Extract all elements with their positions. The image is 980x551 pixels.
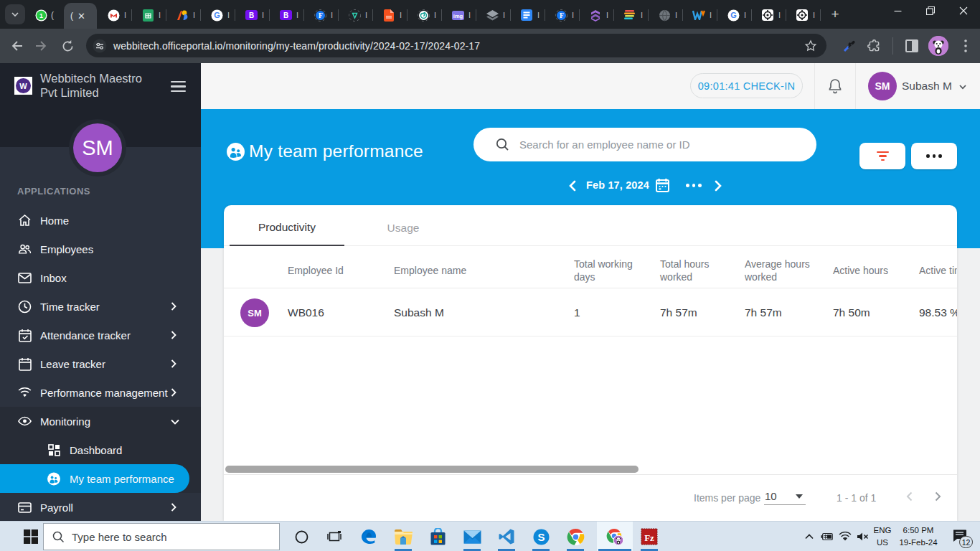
taskbar-vscode-button[interactable] [497, 527, 516, 546]
reload-button[interactable] [59, 37, 76, 55]
tab-orange-doc-8[interactable]: I [373, 3, 407, 27]
address-bar[interactable]: webbitech.officeportal.io/monitoring/my-… [86, 34, 826, 57]
tab-w-logo-17[interactable]: I [683, 3, 717, 27]
previous-page-button[interactable] [904, 491, 915, 502]
tab-facebook-circle-6[interactable]: FI [304, 3, 339, 27]
bookmark-star-icon[interactable] [804, 39, 818, 53]
taskbar-edge-button[interactable] [359, 527, 378, 546]
sidebar-item-home[interactable]: Home [0, 206, 201, 235]
taskbar-cortana-button[interactable] [292, 527, 311, 546]
previous-day-button[interactable] [567, 180, 578, 192]
taskbar-store-button[interactable] [428, 527, 447, 546]
calendar-icon[interactable] [656, 178, 669, 192]
next-day-button[interactable] [713, 180, 723, 192]
site-settings-icon[interactable] [93, 39, 107, 53]
notifications-button[interactable] [826, 77, 844, 95]
tab-img-purple-10[interactable]: imgI [442, 3, 476, 27]
taskbar-chrome-profile-button[interactable] [606, 527, 624, 546]
tab-blue-list-12[interactable]: I [511, 3, 545, 27]
wifi-status-icon[interactable] [839, 530, 852, 543]
eyedropper-extension-button[interactable] [839, 36, 859, 56]
tray-expand-button[interactable] [803, 530, 816, 543]
tab-layers-gray-11[interactable]: I [476, 3, 511, 27]
items-per-page-select[interactable]: 10 [764, 488, 806, 505]
sidebar-item-employees[interactable]: Employees [0, 235, 201, 263]
tab-globe-gray-16[interactable]: I [649, 3, 683, 27]
window-minimize-button[interactable] [881, 0, 914, 22]
sidebar-item-monitoring[interactable]: Monitoring [0, 407, 201, 435]
side-panel-button[interactable] [902, 36, 922, 56]
tab-bootstrap-5[interactable]: BI [270, 3, 304, 27]
tab-gmail-0[interactable]: I [98, 3, 132, 27]
sidebar-item-payroll[interactable]: Payroll [0, 493, 201, 521]
sidebar-item-attendance-tracker[interactable]: Attendance tracker [0, 321, 201, 349]
tab-close-icon[interactable]: ✕ [77, 11, 85, 21]
sidebar-subitem-my-team-performance[interactable]: My team performance [0, 464, 189, 493]
checkin-button[interactable]: 09:01:41 CHECK-IN [690, 73, 803, 98]
column-header-average-hours-worked[interactable]: Average hours worked [745, 247, 824, 288]
new-tab-button[interactable]: + [826, 6, 844, 23]
tab-productivity[interactable]: Productivity [230, 205, 344, 246]
date-more-button[interactable] [686, 184, 702, 187]
taskbar-skype-button[interactable]: S [532, 527, 550, 546]
clock-indicator[interactable]: 6:50 PM 19-Feb-24 [896, 524, 941, 549]
search-input[interactable] [519, 138, 792, 151]
window-close-button[interactable] [947, 0, 980, 22]
taskbar-mail-button[interactable] [463, 527, 481, 546]
tab-google-3[interactable]: GI [201, 3, 235, 27]
column-header-employee-id[interactable]: Employee Id [288, 247, 344, 288]
sidebar-item-leave-tracker[interactable]: Leave tracker [0, 349, 201, 378]
sidebar-subitem-dashboard[interactable]: Dashboard [0, 435, 201, 464]
language-indicator[interactable]: ENG US [870, 524, 895, 549]
tab-google-sheets-1[interactable]: I [132, 3, 166, 27]
sidebar-item-time-tracker[interactable]: Time tracker [0, 292, 201, 321]
column-header-total-hours-worked[interactable]: Total hours worked [660, 247, 732, 288]
user-menu-button[interactable] [958, 83, 967, 91]
column-header-total-working-days[interactable]: Total working days [574, 247, 653, 288]
taskbar-search[interactable]: Type here to search [43, 523, 280, 550]
battery-status-icon[interactable] [821, 530, 834, 543]
next-page-button[interactable] [932, 491, 943, 502]
url-text[interactable]: webbitech.officeportal.io/monitoring/my-… [113, 40, 480, 52]
date-label[interactable]: Feb 17, 2024 [586, 179, 649, 191]
column-header-active-hours[interactable]: Active hours [833, 247, 888, 288]
tab-teal-v-circle-7[interactable]: I [339, 3, 373, 27]
action-center-button[interactable] [952, 529, 968, 543]
tab-teal-spiral-9[interactable]: I [407, 3, 442, 27]
back-button[interactable] [8, 37, 25, 55]
tab-active[interactable]: ( ✕ [64, 3, 97, 29]
tab-whatsapp[interactable]: 1 ( [29, 3, 64, 27]
table-row[interactable]: SM WB016 Subash M 1 7h 57m 7h 57m 7h 50m… [224, 289, 957, 336]
tab-google-18[interactable]: GI [717, 3, 752, 27]
more-options-button[interactable] [911, 143, 957, 169]
tab-officeportal-19[interactable]: I [752, 3, 786, 27]
browser-profile-avatar[interactable] [928, 36, 948, 56]
tab-facebook-circle-13[interactable]: FI [545, 3, 580, 27]
taskbar-file-explorer-button[interactable] [394, 527, 413, 546]
extensions-button[interactable] [864, 36, 884, 56]
start-button[interactable] [24, 529, 38, 544]
user-avatar-large[interactable]: SM [69, 119, 126, 176]
tab-purple-s-14[interactable]: I [580, 3, 614, 27]
tab-rainbow-bars-15[interactable]: I [614, 3, 649, 27]
horizontal-scrollbar[interactable] [225, 466, 639, 473]
volume-muted-icon[interactable] [857, 530, 870, 543]
sidebar-toggle-button[interactable] [171, 81, 186, 92]
tab-officeportal-20[interactable]: I [786, 3, 821, 27]
taskbar-task-view-button[interactable] [325, 527, 344, 546]
column-header-employee-name[interactable]: Employee name [394, 247, 466, 288]
taskbar-chrome-button[interactable] [566, 527, 585, 546]
taskbar-filezilla-button[interactable]: Fz [640, 527, 659, 546]
forward-button[interactable] [33, 37, 50, 55]
tab-search-button[interactable] [5, 4, 25, 24]
tab-usage[interactable]: Usage [346, 205, 461, 246]
window-maximize-button[interactable] [914, 0, 947, 22]
browser-menu-button[interactable] [956, 36, 976, 56]
sidebar-item-performance-management[interactable]: Performance management [0, 378, 201, 407]
tab-bootstrap-4[interactable]: BI [235, 3, 270, 27]
user-avatar-small[interactable]: SM [868, 72, 897, 100]
sidebar-item-inbox[interactable]: Inbox [0, 263, 201, 292]
filter-button[interactable] [859, 143, 905, 169]
tab-colorful-logo-2[interactable]: I [166, 3, 201, 27]
column-header-active-time[interactable]: Active time % [919, 247, 957, 288]
